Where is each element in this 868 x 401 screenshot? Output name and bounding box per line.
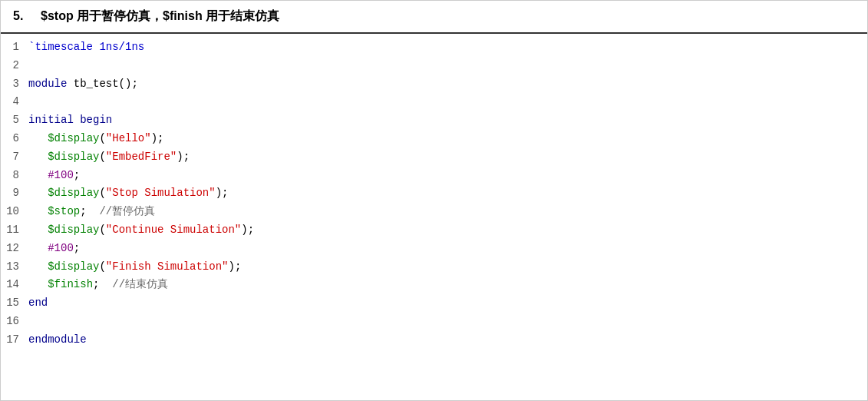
code-token: ( <box>99 224 105 236</box>
line-content: $display("Continue Simulation"); <box>28 221 867 240</box>
code-token: $display <box>48 260 99 273</box>
code-line: 14 $finish; //结束仿真 <box>1 276 867 294</box>
section-number: 5. <box>13 9 35 23</box>
line-number: 6 <box>1 130 28 148</box>
code-token: ; <box>93 278 112 290</box>
code-token: ( <box>99 187 105 199</box>
code-token <box>28 260 48 273</box>
code-line: 4 <box>1 93 867 111</box>
line-number: 10 <box>1 203 28 221</box>
code-token: initial <box>28 114 80 126</box>
code-token: $display <box>48 151 99 163</box>
code-line: 6 $display("Hello"); <box>1 130 867 148</box>
code-token: ( <box>99 151 105 163</box>
code-token: //结束仿真 <box>112 278 168 290</box>
line-content: #100; <box>28 167 867 185</box>
code-line: 5initial begin <box>1 111 867 130</box>
line-number: 13 <box>1 258 28 277</box>
line-content: module tb_test(); <box>28 75 867 94</box>
code-line: 11 $display("Continue Simulation"); <box>1 221 867 240</box>
code-token: ( <box>99 260 105 273</box>
code-token: ); <box>228 260 241 273</box>
code-token: #100 <box>48 242 74 254</box>
code-token <box>28 169 48 181</box>
code-token: ); <box>177 151 190 163</box>
code-line: 10 $stop; //暂停仿真 <box>1 203 867 221</box>
line-number: 4 <box>1 93 28 111</box>
line-content: initial begin <box>28 111 867 130</box>
code-token: ; <box>74 242 80 254</box>
code-token: endmodule <box>28 333 87 346</box>
line-content <box>28 57 867 75</box>
code-token: $display <box>48 224 99 236</box>
line-content <box>28 93 867 111</box>
line-content: $display("Finish Simulation"); <box>28 258 867 277</box>
code-token <box>28 205 48 217</box>
code-token <box>28 151 48 163</box>
section-title: $stop 用于暂停仿真，$finish 用于结束仿真 <box>41 8 279 25</box>
line-number: 12 <box>1 240 28 258</box>
section-header: 5. $stop 用于暂停仿真，$finish 用于结束仿真 <box>1 1 867 34</box>
code-line: 12 #100; <box>1 240 867 258</box>
code-line: 9 $display("Stop Simulation"); <box>1 184 867 203</box>
line-content: `timescale 1ns/1ns <box>28 38 867 57</box>
code-token: end <box>28 297 48 309</box>
code-block: 1`timescale 1ns/1ns2 3module tb_test();4… <box>1 34 867 354</box>
code-token: module <box>28 78 74 90</box>
code-token: $stop <box>48 205 80 217</box>
line-number: 7 <box>1 148 28 167</box>
code-token: $finish <box>48 278 93 290</box>
code-token <box>28 132 48 144</box>
line-content: endmodule <box>28 331 867 350</box>
code-token: $display <box>48 187 99 199</box>
code-token: ); <box>151 132 164 144</box>
code-token: tb_test(); <box>74 78 138 90</box>
code-token <box>28 242 48 254</box>
code-token: $display <box>48 132 99 144</box>
line-number: 8 <box>1 167 28 185</box>
line-content: $display("Stop Simulation"); <box>28 184 867 203</box>
line-number: 1 <box>1 38 28 57</box>
code-token: "Continue Simulation" <box>106 224 241 236</box>
code-line: 15end <box>1 294 867 313</box>
code-token: "Finish Simulation" <box>106 260 229 273</box>
code-token <box>28 187 48 199</box>
line-number: 2 <box>1 57 28 75</box>
line-content: $display("EmbedFire"); <box>28 148 867 167</box>
code-token: ; <box>74 169 80 181</box>
code-token <box>28 224 48 236</box>
code-token: #100 <box>48 169 74 181</box>
line-content <box>28 313 867 331</box>
code-token: `timescale 1ns/1ns <box>28 41 144 53</box>
code-token: ); <box>241 224 254 236</box>
line-number: 14 <box>1 276 28 294</box>
line-number: 16 <box>1 313 28 331</box>
page-container: 5. $stop 用于暂停仿真，$finish 用于结束仿真 1`timesca… <box>0 0 868 401</box>
code-line: 7 $display("EmbedFire"); <box>1 148 867 167</box>
code-token: ; <box>80 205 99 217</box>
code-line: 17endmodule <box>1 331 867 350</box>
line-content: #100; <box>28 240 867 258</box>
code-token: ); <box>216 187 229 199</box>
code-line: 3module tb_test(); <box>1 75 867 94</box>
line-number: 17 <box>1 331 28 350</box>
line-content: $stop; //暂停仿真 <box>28 203 867 221</box>
line-content: $display("Hello"); <box>28 130 867 148</box>
code-line: 1`timescale 1ns/1ns <box>1 38 867 57</box>
code-line: 2 <box>1 57 867 75</box>
line-number: 9 <box>1 184 28 203</box>
line-content: end <box>28 294 867 313</box>
code-token: ( <box>99 132 105 144</box>
code-token: "EmbedFire" <box>106 151 177 163</box>
line-number: 11 <box>1 221 28 240</box>
line-number: 3 <box>1 75 28 94</box>
code-line: 16 <box>1 313 867 331</box>
line-content: $finish; //结束仿真 <box>28 276 867 294</box>
code-token: "Stop Simulation" <box>106 187 216 199</box>
code-token: begin <box>80 114 112 126</box>
line-number: 15 <box>1 294 28 313</box>
code-token <box>28 278 48 290</box>
code-line: 13 $display("Finish Simulation"); <box>1 258 867 277</box>
code-token: //暂停仿真 <box>99 205 155 217</box>
code-line: 8 #100; <box>1 167 867 185</box>
